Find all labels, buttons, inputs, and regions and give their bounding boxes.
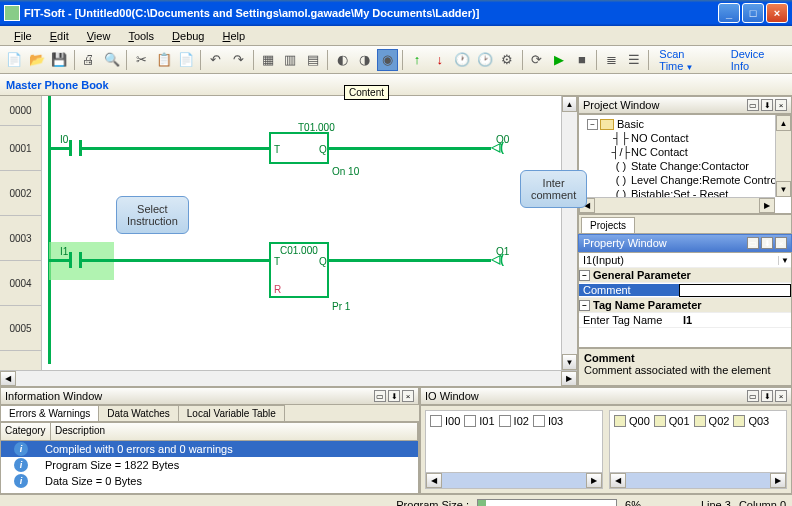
paste-icon[interactable]: 📄: [176, 49, 197, 71]
contact-label: I1: [60, 246, 68, 257]
property-window-header[interactable]: Property Window ▭ ⬇ ×: [578, 234, 792, 252]
cut-icon[interactable]: ✂: [131, 49, 152, 71]
menu-tools[interactable]: Tools: [120, 28, 162, 44]
down-icon[interactable]: ↓: [429, 49, 450, 71]
scan-time-link[interactable]: Scan Time▼: [653, 48, 722, 72]
table-row[interactable]: iProgram Size = 1822 Bytes: [1, 457, 418, 473]
menu-debug[interactable]: Debug: [164, 28, 212, 44]
horizontal-scrollbar[interactable]: ◀▶: [0, 370, 577, 386]
status-pct: 6%: [625, 499, 641, 507]
master-phone-book-link[interactable]: Master Phone Book: [6, 79, 109, 91]
close-button[interactable]: ×: [766, 3, 788, 23]
ladder-editor[interactable]: 0000 0001 0002 0003 0004 0005 I0 T01.000: [0, 96, 578, 386]
preview-icon[interactable]: 🔍: [101, 49, 122, 71]
block-label: T01.000: [298, 122, 335, 133]
io-outputs: Q00 Q01 Q02 Q03 ◀▶: [609, 410, 787, 489]
menu-help[interactable]: Help: [215, 28, 254, 44]
list-icon[interactable]: ≣: [601, 49, 622, 71]
window-title: FIT-Soft - [Untitled00(C:\Documents and …: [24, 7, 718, 19]
io-window: IO Window ▭ ⬇ × I00 I01 I02 I03 ◀▶ Q00 Q…: [420, 387, 792, 494]
app-icon: [4, 5, 20, 21]
io-checkbox[interactable]: [694, 415, 706, 427]
dock-icon[interactable]: ▭: [747, 390, 759, 402]
pin-icon[interactable]: ⬇: [761, 237, 773, 249]
callout-select-instruction: SelectInstruction: [116, 196, 189, 234]
undo-icon[interactable]: ↶: [205, 49, 226, 71]
play-icon[interactable]: ▶: [549, 49, 570, 71]
status-column: Column 0: [739, 499, 786, 507]
io-checkbox[interactable]: [533, 415, 545, 427]
open-icon[interactable]: 📂: [27, 49, 48, 71]
device-info-link[interactable]: Device Info: [725, 48, 788, 72]
project-window-header[interactable]: Project Window ▭ ⬇ ×: [578, 96, 792, 114]
coil-icon[interactable]: ◁(: [491, 140, 504, 154]
dock-icon[interactable]: ▭: [374, 390, 386, 402]
status-program-size: Program Size :: [396, 499, 469, 507]
clock-icon[interactable]: 🕐: [452, 49, 473, 71]
info-window-header[interactable]: Information Window ▭ ⬇ ×: [0, 387, 419, 405]
property-grid[interactable]: I1(Input)▼ −General Parameter Comment −T…: [578, 252, 792, 348]
print-icon[interactable]: 🖨: [79, 49, 100, 71]
io-window-header[interactable]: IO Window ▭ ⬇ ×: [420, 387, 792, 405]
tool2-icon[interactable]: ▥: [280, 49, 301, 71]
io-checkbox[interactable]: [464, 415, 476, 427]
close-panel-icon[interactable]: ×: [402, 390, 414, 402]
copy-icon[interactable]: 📋: [153, 49, 174, 71]
gear-icon[interactable]: ⚙: [497, 49, 518, 71]
tab-data-watches[interactable]: Data Watches: [98, 405, 178, 421]
close-panel-icon[interactable]: ×: [775, 237, 787, 249]
minimize-button[interactable]: _: [718, 3, 740, 23]
menu-file[interactable]: FFileile: [6, 28, 40, 44]
rung-num[interactable]: 0005: [0, 306, 41, 351]
refresh-icon[interactable]: ⟳: [527, 49, 548, 71]
status-bar: Program Size : 6% Line 3 Column 0: [0, 494, 792, 506]
io-checkbox[interactable]: [430, 415, 442, 427]
title-bar: FIT-Soft - [Untitled00(C:\Documents and …: [0, 0, 792, 26]
rung-num[interactable]: 0004: [0, 261, 41, 306]
tool5-icon[interactable]: ◑: [355, 49, 376, 71]
tool4-icon[interactable]: ◐: [332, 49, 353, 71]
information-window: Information Window ▭ ⬇ × Errors & Warnin…: [0, 387, 420, 494]
list2-icon[interactable]: ☰: [624, 49, 645, 71]
save-icon[interactable]: 💾: [49, 49, 70, 71]
ladder-canvas[interactable]: I0 T01.000 T Q On 10 Q0 ◁( I1: [42, 96, 561, 370]
tab-local-vars[interactable]: Local Variable Table: [178, 405, 285, 421]
close-panel-icon[interactable]: ×: [775, 99, 787, 111]
io-checkbox[interactable]: [654, 415, 666, 427]
menu-edit[interactable]: Edit: [42, 28, 77, 44]
progress-bar: [477, 499, 617, 507]
rung-num[interactable]: 0000: [0, 96, 41, 126]
info-table[interactable]: CategoryDescription iCompiled with 0 err…: [0, 422, 419, 494]
clock2-icon[interactable]: 🕑: [475, 49, 496, 71]
coil-icon[interactable]: ◁(: [491, 252, 504, 266]
tool-active-icon[interactable]: ◉: [377, 49, 398, 71]
tool-icon[interactable]: ▦: [257, 49, 278, 71]
stop-icon[interactable]: ■: [572, 49, 593, 71]
redo-icon[interactable]: ↷: [228, 49, 249, 71]
content-tooltip: Content: [344, 85, 389, 100]
io-checkbox[interactable]: [733, 415, 745, 427]
menu-view[interactable]: View: [79, 28, 119, 44]
pin-icon[interactable]: ⬇: [761, 99, 773, 111]
io-checkbox[interactable]: [614, 415, 626, 427]
rung-num[interactable]: 0002: [0, 171, 41, 216]
rung-num[interactable]: 0001: [0, 126, 41, 171]
dock-icon[interactable]: ▭: [747, 237, 759, 249]
dock-icon[interactable]: ▭: [747, 99, 759, 111]
status-line: Line 3: [701, 499, 731, 507]
tool3-icon[interactable]: ▤: [303, 49, 324, 71]
new-icon[interactable]: 📄: [4, 49, 25, 71]
table-row[interactable]: iCompiled with 0 errors and 0 warnings: [1, 441, 418, 457]
io-checkbox[interactable]: [499, 415, 511, 427]
tab-errors[interactable]: Errors & Warnings: [0, 405, 99, 421]
close-panel-icon[interactable]: ×: [775, 390, 787, 402]
tab-projects[interactable]: Projects: [581, 217, 635, 233]
maximize-button[interactable]: □: [742, 3, 764, 23]
project-tree[interactable]: −Basic ┤├NO Contact ┤/├NC Contact ( )Sta…: [578, 114, 792, 214]
pin-icon[interactable]: ⬇: [388, 390, 400, 402]
pin-icon[interactable]: ⬇: [761, 390, 773, 402]
rung-num[interactable]: 0003: [0, 216, 41, 261]
vertical-scrollbar[interactable]: ▲▼: [561, 96, 577, 370]
up-icon[interactable]: ↑: [407, 49, 428, 71]
table-row[interactable]: iData Size = 0 Bytes: [1, 473, 418, 489]
